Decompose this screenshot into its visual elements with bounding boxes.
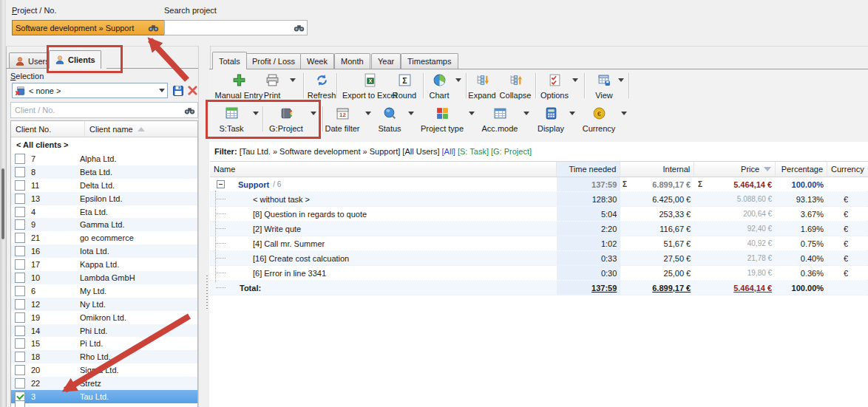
expand-button[interactable]: Expand: [467, 72, 497, 101]
save-selection-button[interactable]: [171, 83, 185, 98]
client-row[interactable]: 4Eta Ltd.: [11, 205, 197, 219]
splitter-grip[interactable]: [206, 276, 208, 309]
tab-timestamps[interactable]: Timestamps: [401, 53, 458, 69]
selection-combo[interactable]: < none >: [12, 83, 168, 98]
tab-totals[interactable]: Totals: [212, 52, 247, 69]
view-button[interactable]: View: [590, 72, 618, 101]
client-filter-field[interactable]: [10, 102, 198, 118]
search-project-field[interactable]: [164, 20, 308, 35]
collapse-button[interactable]: Collapse: [497, 72, 534, 101]
project-combo[interactable]: Software development » Support: [12, 20, 165, 35]
date-filter-dropdown-arrow[interactable]: [365, 115, 372, 120]
client-filter-input[interactable]: [11, 106, 184, 114]
client-checkbox[interactable]: [15, 207, 25, 217]
client-row[interactable]: 21go ecommerce: [11, 231, 197, 244]
report-row[interactable]: [8] Question in regards to quote5:04253,…: [210, 207, 868, 222]
client-checkbox[interactable]: [15, 167, 25, 177]
client-row[interactable]: 20Sigma Ltd.: [11, 363, 197, 377]
project-type-dropdown-arrow[interactable]: [469, 115, 475, 120]
client-checkbox[interactable]: [15, 352, 25, 362]
print-button[interactable]: Print: [257, 72, 287, 101]
acc-mode-button[interactable]: Acc.mode: [481, 105, 519, 134]
status-dropdown-arrow[interactable]: [408, 115, 415, 120]
client-row[interactable]: 6My Ltd.: [11, 284, 197, 298]
column-header-time-needed[interactable]: Time needed: [557, 162, 620, 177]
client-checkbox[interactable]: [15, 299, 25, 309]
client-checkbox[interactable]: [15, 326, 25, 336]
all-clients-row[interactable]: < All clients >: [11, 137, 197, 152]
round-button[interactable]: Σ Round: [389, 72, 420, 101]
status-button[interactable]: Status: [373, 105, 407, 134]
client-checkbox[interactable]: [15, 400, 25, 407]
refresh-button[interactable]: Refresh: [305, 72, 339, 101]
project-mode-button[interactable]: G:Project: [266, 105, 306, 134]
client-checkbox[interactable]: [15, 378, 25, 389]
project-dropdown-arrow[interactable]: [311, 115, 317, 120]
client-row[interactable]: 7Alpha Ltd.: [11, 152, 197, 165]
currency-button[interactable]: € Currency: [580, 105, 618, 134]
client-row[interactable]: 16Iota Ltd.: [11, 244, 197, 258]
client-checkbox[interactable]: [15, 259, 25, 270]
column-header-name[interactable]: Name: [210, 162, 557, 177]
window-edge-scroll-thumb[interactable]: [1, 168, 4, 239]
column-header-price[interactable]: Price: [694, 162, 776, 177]
client-checkbox[interactable]: [15, 273, 25, 283]
client-row[interactable]: 18Rho Ltd.: [11, 350, 197, 363]
report-row[interactable]: [6] Error in line 33410:3025,00 €19,80 €…: [210, 266, 868, 281]
client-row[interactable]: 14Phi Ltd.: [11, 324, 197, 338]
client-checkbox[interactable]: [15, 286, 25, 296]
column-header-client-no[interactable]: Client No.: [11, 121, 85, 137]
acc-mode-dropdown-arrow[interactable]: [523, 115, 530, 120]
client-row[interactable]: 13Epsilon Ltd.: [11, 192, 197, 205]
client-checkbox[interactable]: [15, 219, 25, 230]
search-project-input[interactable]: [165, 22, 294, 33]
task-mode-button[interactable]: S:Task: [214, 105, 248, 134]
client-row[interactable]: 22Stretz: [11, 377, 197, 390]
column-header-percentage[interactable]: Percentage: [776, 162, 827, 177]
client-checkbox[interactable]: [15, 154, 25, 164]
column-header-client-name[interactable]: Client name: [85, 121, 197, 137]
print-dropdown-arrow[interactable]: [290, 82, 296, 86]
task-dropdown-arrow[interactable]: [253, 115, 260, 120]
client-checkbox[interactable]: [15, 194, 25, 204]
tab-week[interactable]: Week: [300, 53, 334, 69]
client-checkbox[interactable]: [15, 338, 25, 349]
tab-year[interactable]: Year: [371, 53, 401, 69]
column-header-internal[interactable]: Internal: [620, 162, 694, 177]
collapse-expander-icon[interactable]: [217, 180, 225, 188]
report-row[interactable]: [2] Write qute2:20116,67 €92,40 €1.69%€: [210, 222, 868, 236]
chart-dropdown-arrow[interactable]: [455, 82, 462, 86]
client-row[interactable]: 11Delta Ltd.: [11, 179, 197, 192]
tab-month[interactable]: Month: [334, 53, 370, 69]
client-checkbox[interactable]: [15, 246, 25, 256]
client-checkbox[interactable]: [15, 365, 25, 375]
display-button[interactable]: Display: [532, 105, 569, 134]
chart-button[interactable]: Chart: [426, 72, 452, 101]
options-button[interactable]: Options: [538, 72, 571, 101]
currency-dropdown-arrow[interactable]: [621, 115, 628, 120]
view-dropdown-arrow[interactable]: [618, 82, 625, 86]
report-row[interactable]: [16] Create cost calcuation0:3327,50 €21…: [210, 251, 868, 266]
client-checkbox[interactable]: [15, 233, 25, 243]
client-row[interactable]: 8Beta Ltd.: [11, 165, 197, 179]
tab-profit-loss[interactable]: Profit / Loss: [245, 53, 302, 69]
project-type-button[interactable]: Project type: [420, 105, 464, 134]
client-row[interactable]: 12Ny Ltd.: [11, 298, 197, 311]
display-dropdown-arrow[interactable]: [569, 115, 576, 120]
client-checkbox[interactable]: [15, 312, 25, 323]
client-row[interactable]: 9Gamma Ltd.: [11, 218, 197, 231]
column-header-currency[interactable]: Currency: [827, 162, 868, 177]
client-row[interactable]: 19Omikron Ltd.: [11, 311, 197, 324]
client-row[interactable]: 3Tau Ltd.: [11, 390, 197, 403]
report-row[interactable]: < without task >128:306.425,00 €5.088,60…: [210, 192, 868, 207]
client-checkbox[interactable]: [15, 180, 25, 191]
client-row[interactable]: 15Pi Ltd.: [11, 337, 197, 350]
date-filter-button[interactable]: 12 Date filter: [324, 105, 361, 134]
report-group-row[interactable]: Support / 6 137:59 6.899,17 € 5.464,14 €…: [210, 177, 868, 192]
options-dropdown-arrow[interactable]: [572, 82, 579, 86]
client-row-partial[interactable]: [11, 403, 197, 407]
tab-clients[interactable]: Clients: [49, 50, 101, 69]
client-row[interactable]: 10Lambda GmbH: [11, 271, 197, 284]
client-row[interactable]: 17Kappa Ltd.: [11, 258, 197, 271]
manual-entry-button[interactable]: Manual Entry: [214, 72, 263, 101]
